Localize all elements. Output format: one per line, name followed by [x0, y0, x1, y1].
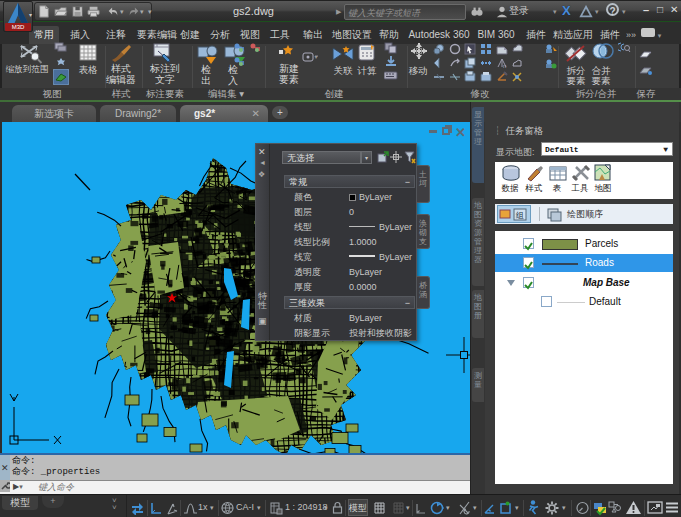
svg-text:组: 组 — [515, 211, 524, 220]
